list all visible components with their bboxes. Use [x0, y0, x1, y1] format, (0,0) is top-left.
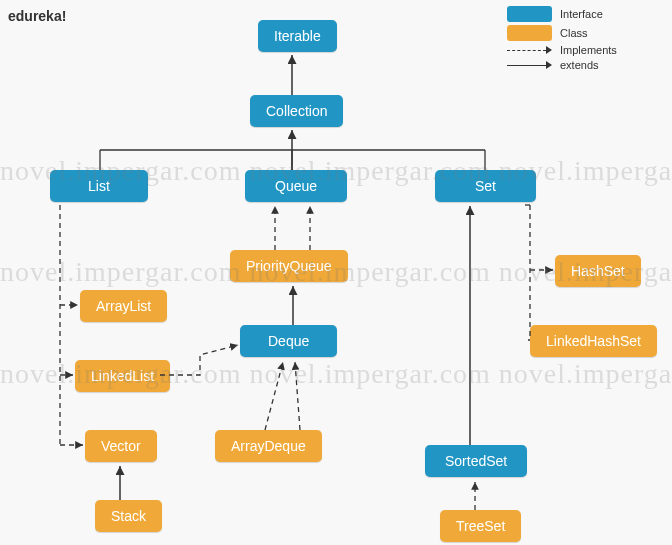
legend-label-extends: extends [560, 59, 599, 71]
node-vector: Vector [85, 430, 157, 462]
legend-implements: Implements [507, 44, 657, 56]
node-iterable: Iterable [258, 20, 337, 52]
node-priorityqueue: PriorityQueue [230, 250, 348, 282]
node-linkedlist: LinkedList [75, 360, 170, 392]
node-list: List [50, 170, 148, 202]
legend-extends: extends [507, 59, 657, 71]
node-hashset: HashSet [555, 255, 641, 287]
node-linkedhashset: LinkedHashSet [530, 325, 657, 357]
svg-line-15 [295, 362, 300, 430]
svg-line-14 [265, 362, 283, 430]
legend-class: Class [507, 25, 657, 41]
node-deque: Deque [240, 325, 337, 357]
node-arraylist: ArrayList [80, 290, 167, 322]
legend: Interface Class Implements extends [507, 6, 657, 74]
node-sortedset: SortedSet [425, 445, 527, 477]
node-collection: Collection [250, 95, 343, 127]
node-stack: Stack [95, 500, 162, 532]
legend-label-interface: Interface [560, 8, 603, 20]
legend-swatch-interface [507, 6, 552, 22]
legend-line-implements [507, 46, 552, 54]
brand-logo: edureka! [8, 8, 66, 24]
legend-swatch-class [507, 25, 552, 41]
legend-label-implements: Implements [560, 44, 617, 56]
node-arraydeque: ArrayDeque [215, 430, 322, 462]
legend-label-class: Class [560, 27, 588, 39]
node-treeset: TreeSet [440, 510, 521, 542]
legend-line-extends [507, 61, 552, 69]
legend-interface: Interface [507, 6, 657, 22]
node-set: Set [435, 170, 536, 202]
node-queue: Queue [245, 170, 347, 202]
